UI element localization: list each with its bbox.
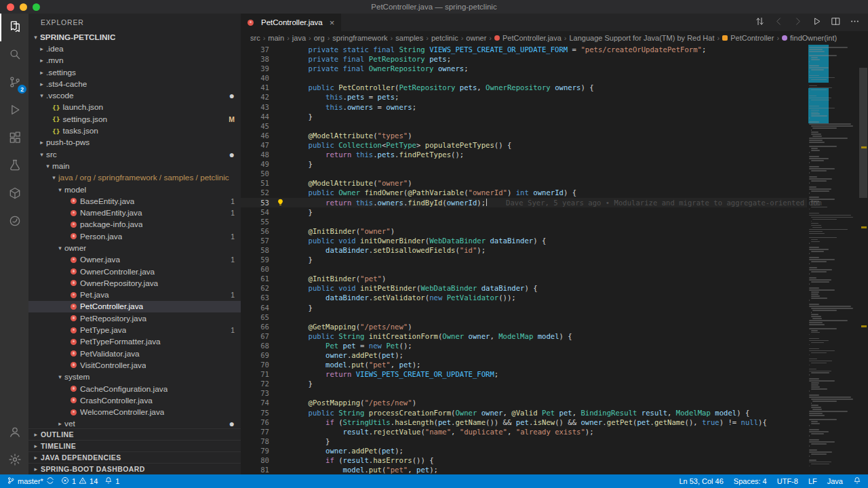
code-line-46[interactable]: 46 @ModelAttribute("types") <box>241 131 807 140</box>
code-editor[interactable]: 37 private static final String VIEWS_PET… <box>241 45 807 474</box>
code-line-51[interactable]: 51 @ModelAttribute("owner") <box>241 178 807 188</box>
tree-item-petrepository-java[interactable]: PetRepository.java <box>28 312 241 324</box>
code-line-41[interactable]: 41 public PetController(PetRepository pe… <box>241 83 807 92</box>
code-line-52[interactable]: 52 public Owner findOwner(@PathVariable(… <box>241 188 807 197</box>
tree-item-owner-java[interactable]: Owner.java1 <box>28 254 241 266</box>
code-line-37[interactable]: 37 private static final String VIEWS_PET… <box>241 45 807 54</box>
code-line-80[interactable]: 80 if (result.hasErrors()) { <box>241 455 807 465</box>
section-outline[interactable]: ▸OUTLINE <box>28 428 241 440</box>
scrollbar-thumb[interactable] <box>859 68 867 198</box>
code-line-43[interactable]: 43 this.owners = owners; <box>241 102 807 112</box>
problems-indicator[interactable]: 1 14 <box>61 476 98 486</box>
section-java-dependencies[interactable]: ▸JAVA DEPENDENCIES <box>28 451 241 463</box>
tab-petcontroller-java[interactable]: PetController.java <box>241 14 341 31</box>
tree-item-namedentity-java[interactable]: NamedEntity.java1 <box>28 207 241 218</box>
code-line-42[interactable]: 42 this.pets = pets; <box>241 92 807 102</box>
minimize-window-button[interactable] <box>20 3 27 11</box>
breadcrumb-petclinic[interactable]: petclinic <box>431 34 458 42</box>
tree-item-system[interactable]: ▾system <box>28 371 241 383</box>
editor-scrollbar[interactable] <box>859 45 868 474</box>
code-line-61[interactable]: 61 @InitBinder("pet") <box>241 274 807 283</box>
run-icon[interactable] <box>812 16 822 29</box>
close-tab-icon[interactable] <box>330 18 335 28</box>
indentation-setting[interactable]: Spaces: 4 <box>734 477 767 485</box>
breadcrumb-java[interactable]: java <box>292 34 306 42</box>
tree-item-settings[interactable]: ▸.settings <box>28 66 241 78</box>
activity-item-spring-boot[interactable] <box>0 208 28 236</box>
navigate-forward-icon[interactable] <box>793 16 803 29</box>
code-line-74[interactable]: 74 @PostMapping("/pets/new") <box>241 398 807 407</box>
tree-item-sts4-cache[interactable]: ▸.sts4-cache <box>28 78 241 89</box>
code-line-63[interactable]: 63 dataBinder.setValidator(new PetValida… <box>241 293 807 302</box>
code-line-78[interactable]: 78 } <box>241 436 807 446</box>
tree-item-petcontroller-java[interactable]: PetController.java <box>28 301 241 312</box>
notifications-button[interactable] <box>853 476 861 486</box>
tree-item-baseentity-java[interactable]: BaseEntity.java1 <box>28 195 241 207</box>
code-line-72[interactable]: 72 } <box>241 379 807 388</box>
code-line-64[interactable]: 64 } <box>241 303 807 312</box>
breadcrumb-main[interactable]: main <box>268 34 284 42</box>
tree-item-vet[interactable]: ▸vet● <box>28 418 241 428</box>
title-bar[interactable]: PetController.java — spring-petclinic <box>0 0 868 14</box>
activity-item-account[interactable] <box>0 419 28 447</box>
activity-item-search[interactable] <box>0 41 28 69</box>
code-line-76[interactable]: 76 if (StringUtils.hasLength(pet.getName… <box>241 418 807 427</box>
zoom-window-button[interactable] <box>33 3 40 11</box>
breadcrumb-samples[interactable]: samples <box>395 34 423 42</box>
language-mode[interactable]: Java <box>827 477 843 485</box>
tree-item-tasks-json[interactable]: {}tasks.json <box>28 125 241 136</box>
code-line-66[interactable]: 66 @GetMapping("/pets/new") <box>241 322 807 331</box>
code-line-50[interactable]: 50 <box>241 169 807 178</box>
tree-item-push-to-pws[interactable]: ▸push-to-pws <box>28 137 241 148</box>
code-line-81[interactable]: 81 model.put("pet", pet); <box>241 465 807 474</box>
tree-item-pet-java[interactable]: Pet.java1 <box>28 289 241 301</box>
breadcrumb-findowner-int[interactable]: findOwner(int) <box>782 34 837 42</box>
tree-item-mvn[interactable]: ▸.mvn <box>28 55 241 66</box>
eol-setting[interactable]: LF <box>808 477 817 485</box>
code-line-53[interactable]: 53 return this.owners.findById(ownerId);… <box>241 198 807 207</box>
code-line-75[interactable]: 75 public String processCreationForm(Own… <box>241 408 807 418</box>
code-line-69[interactable]: 69 owner.addPet(pet); <box>241 350 807 360</box>
tree-item-settings-json[interactable]: {}settings.jsonM <box>28 113 241 125</box>
cursor-position[interactable]: Ln 53, Col 46 <box>679 477 723 485</box>
tree-item-java-org-springframework-samples-petclinic[interactable]: ▾java / org / springframework / samples … <box>28 172 241 184</box>
code-line-39[interactable]: 39 private final OwnerRepository owners; <box>241 64 807 73</box>
code-line-56[interactable]: 56 @InitBinder("owner") <box>241 226 807 236</box>
code-line-58[interactable]: 58 dataBinder.setDisallowedFields("id"); <box>241 245 807 255</box>
code-line-54[interactable]: 54 } <box>241 207 807 217</box>
code-line-44[interactable]: 44 } <box>241 112 807 121</box>
activity-item-testing[interactable] <box>0 152 28 180</box>
minimap[interactable] <box>807 45 859 474</box>
more-actions-icon[interactable] <box>850 16 860 29</box>
alerts-indicator[interactable]: 1 <box>104 476 119 486</box>
open-changes-icon[interactable] <box>755 16 765 29</box>
split-editor-icon[interactable] <box>831 16 841 29</box>
code-line-40[interactable]: 40 <box>241 73 807 83</box>
tree-item-idea[interactable]: ▸.idea <box>28 43 241 54</box>
tree-item-src[interactable]: ▾src● <box>28 148 241 160</box>
code-line-55[interactable]: 55 <box>241 217 807 226</box>
breadcrumb-petcontroller[interactable]: PetController <box>722 34 774 42</box>
encoding-setting[interactable]: UTF-8 <box>777 477 798 485</box>
code-line-45[interactable]: 45 <box>241 121 807 131</box>
breadcrumb-org[interactable]: org <box>314 34 325 42</box>
lightbulb-icon[interactable] <box>269 198 291 207</box>
tree-item-crashcontroller-java[interactable]: CrashController.java <box>28 394 241 406</box>
tree-item-vscode[interactable]: ▾.vscode● <box>28 89 241 101</box>
tree-item-ownercontroller-java[interactable]: OwnerController.java <box>28 266 241 277</box>
tree-item-package-info-java[interactable]: package-info.java <box>28 219 241 230</box>
git-branch-indicator[interactable]: master* <box>7 476 54 486</box>
code-line-71[interactable]: 71 return VIEWS_PETS_CREATE_OR_UPDATE_FO… <box>241 369 807 379</box>
code-line-60[interactable]: 60 <box>241 264 807 274</box>
breadcrumb-springframework[interactable]: springframework <box>332 34 387 42</box>
tree-item-person-java[interactable]: Person.java1 <box>28 230 241 242</box>
code-line-65[interactable]: 65 <box>241 312 807 322</box>
tree-item-ownerrepository-java[interactable]: OwnerRepository.java <box>28 277 241 289</box>
tree-item-main[interactable]: ▾main <box>28 160 241 171</box>
tree-item-cacheconfiguration-java[interactable]: CacheConfiguration.java <box>28 383 241 394</box>
close-window-button[interactable] <box>7 3 14 11</box>
activity-item-explorer[interactable] <box>0 14 28 41</box>
code-line-68[interactable]: 68 Pet pet = new Pet(); <box>241 341 807 350</box>
breadcrumb-owner[interactable]: owner <box>466 34 486 42</box>
code-line-73[interactable]: 73 <box>241 388 807 398</box>
